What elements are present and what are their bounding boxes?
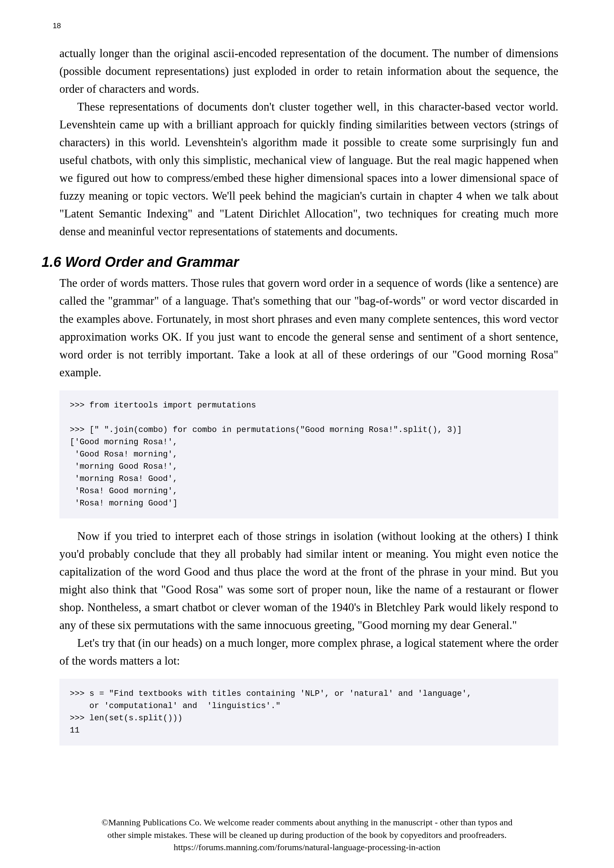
paragraph: Now if you tried to interpret each of th… xyxy=(59,527,558,634)
footer: ©Manning Publications Co. We welcome rea… xyxy=(0,817,614,854)
page: 18 actually longer than the original asc… xyxy=(0,0,614,868)
footer-line: https://forums.manning.com/forums/natura… xyxy=(63,841,551,854)
section-heading: 1.6 Word Order and Grammar xyxy=(42,251,558,273)
footer-line: ©Manning Publications Co. We welcome rea… xyxy=(63,817,551,829)
code-block: >>> s = "Find textbooks with titles cont… xyxy=(59,679,558,746)
paragraph: Let's try that (in our heads) on a much … xyxy=(59,634,558,670)
body-text: actually longer than the original ascii-… xyxy=(59,45,558,746)
paragraph: actually longer than the original ascii-… xyxy=(59,45,558,98)
paragraph: These representations of documents don't… xyxy=(59,98,558,240)
code-block: >>> from itertools import permutations >… xyxy=(59,391,558,518)
footer-line: other simple mistakes. These will be cle… xyxy=(63,829,551,842)
paragraph: The order of words matters. Those rules … xyxy=(59,274,558,381)
page-number: 18 xyxy=(53,22,61,30)
